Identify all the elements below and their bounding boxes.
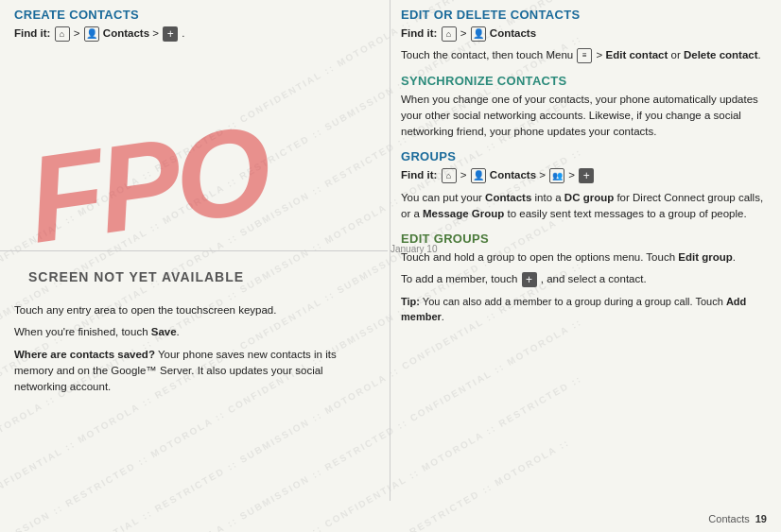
edit-groups-section: EDIT GROUPS Touch and hold a group to op… xyxy=(401,232,770,325)
home-icon-2: ⌂ xyxy=(442,26,457,42)
edit-delete-body: Touch the contact, then touch Menu ≡ > E… xyxy=(401,47,770,63)
save-bold: Save xyxy=(151,326,177,337)
person-icon-2: 👤 xyxy=(471,26,486,42)
create-contacts-heading: CREATE CONTACTS xyxy=(14,8,375,22)
home-icon-3: ⌂ xyxy=(442,168,457,183)
where-saved-text: Where are contacts saved? Your phone sav… xyxy=(14,347,375,396)
fpo-stamp: FPO xyxy=(20,97,276,271)
edit-groups-heading: EDIT GROUPS xyxy=(401,232,770,246)
date-label: January 10 xyxy=(390,244,437,254)
people-icon: 👥 xyxy=(549,168,564,183)
footer-page-number: 19 xyxy=(755,513,767,524)
footer: Contacts 19 xyxy=(0,513,781,524)
synchronize-heading: SYNCHRONIZE CONTACTS xyxy=(401,74,770,88)
right-panel: EDIT OR DELETE CONTACTS Find it: ⌂ > 👤 C… xyxy=(390,0,781,532)
groups-section: GROUPS Find it: ⌂ > 👤 Contacts > 👥 > + Y… xyxy=(401,149,770,222)
synchronize-section: SYNCHRONIZE CONTACTS When you change one… xyxy=(401,74,770,141)
edit-delete-section: EDIT OR DELETE CONTACTS Find it: ⌂ > 👤 C… xyxy=(401,8,770,64)
home-icon: ⌂ xyxy=(55,26,70,42)
plus-icon-3: + xyxy=(522,272,537,287)
groups-body: You can put your Contacts into a DC grou… xyxy=(401,190,770,223)
left-bottom-section: Touch any entry area to open the touchsc… xyxy=(0,293,390,410)
person-icon: 👤 xyxy=(84,26,99,42)
create-contacts-find-it: Find it: ⌂ > 👤 Contacts > + . xyxy=(14,26,375,42)
edit-delete-find-it: Find it: ⌂ > 👤 Contacts xyxy=(401,26,770,42)
contacts-label: Contacts xyxy=(103,27,149,39)
synchronize-body: When you change one of your contacts, yo… xyxy=(401,92,770,141)
groups-heading: GROUPS xyxy=(401,149,770,163)
finished-save-text: When you're finished, touch Save. xyxy=(14,324,375,340)
create-contacts-section: CREATE CONTACTS Find it: ⌂ > 👤 Contacts … xyxy=(0,0,390,55)
edit-groups-body2: To add a member, touch + , and select a … xyxy=(401,271,770,287)
person-icon-3: 👤 xyxy=(471,168,486,183)
groups-find-it: Find it: ⌂ > 👤 Contacts > 👥 > + xyxy=(401,167,770,183)
footer-section-label: Contacts xyxy=(708,513,749,524)
edit-groups-body1: Touch and hold a group to open the optio… xyxy=(401,249,770,266)
plus-icon-2: + xyxy=(579,168,594,183)
plus-icon: + xyxy=(163,26,178,42)
edit-delete-heading: EDIT OR DELETE CONTACTS xyxy=(401,8,770,22)
find-it-label: Find it: xyxy=(14,27,50,39)
screen-not-available-label: SCREEN NOT YET AVAILABLE xyxy=(28,269,244,284)
where-saved-bold: Where are contacts saved? xyxy=(14,349,155,360)
menu-icon: ≡ xyxy=(577,48,592,63)
touchscreen-keypad-text: Touch any entry area to open the touchsc… xyxy=(14,302,375,318)
tip-text: Tip: You can also add a member to a grou… xyxy=(401,294,770,325)
